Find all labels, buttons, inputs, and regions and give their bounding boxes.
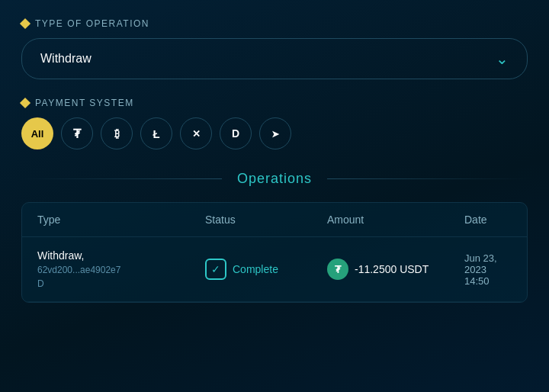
xrp-icon xyxy=(192,128,201,140)
ltc-icon xyxy=(152,127,159,140)
payment-icon-btc[interactable] xyxy=(101,117,133,149)
payment-icon-tether[interactable] xyxy=(61,117,93,149)
payment-icons-group: All xyxy=(21,117,528,149)
dash-icon xyxy=(232,127,239,140)
row-type-symbol: D xyxy=(37,278,205,289)
payment-icon-all[interactable]: All xyxy=(21,117,53,149)
operations-line-right xyxy=(327,178,528,179)
tether-icon xyxy=(73,127,81,141)
operations-table: Type Status Amount Date Withdraw, 62vd20… xyxy=(21,202,528,303)
diamond-icon-2 xyxy=(20,98,30,108)
row-date-cell: Jun 23, 2023 14:50 xyxy=(464,252,512,287)
row-status-cell: ✓ Complete xyxy=(205,259,327,280)
operations-line-left xyxy=(21,178,222,179)
operations-title: Operations xyxy=(222,171,327,187)
payment-icon-dash[interactable] xyxy=(220,117,252,149)
chevron-down-icon: ⌄ xyxy=(496,50,509,68)
row-type-name: Withdraw, xyxy=(37,249,205,262)
col-date: Date xyxy=(464,214,512,226)
operation-type-select[interactable]: Withdraw ⌄ xyxy=(21,38,528,79)
table-row: Withdraw, 62vd200...ae4902e7 D ✓ Complet… xyxy=(22,237,527,302)
type-of-operation-label: TYPE OF OPERATION xyxy=(21,18,528,29)
col-status: Status xyxy=(205,214,327,226)
send-icon xyxy=(271,128,279,140)
row-type-cell: Withdraw, 62vd200...ae4902e7 D xyxy=(37,249,205,289)
table-header: Type Status Amount Date xyxy=(22,203,527,237)
row-type-hash: 62vd200...ae4902e7 xyxy=(37,265,205,275)
col-amount: Amount xyxy=(327,214,464,226)
diamond-icon xyxy=(20,18,30,29)
page: TYPE OF OPERATION Withdraw ⌄ PAYMENT SYS… xyxy=(0,0,549,392)
operation-type-value: Withdraw xyxy=(40,52,92,66)
check-icon: ✓ xyxy=(205,259,226,280)
row-amount-value: -11.2500 USDT xyxy=(355,263,429,275)
operations-section: Operations Type Status Amount Date Withd… xyxy=(21,171,528,303)
payment-icon-send[interactable] xyxy=(259,117,291,149)
operation-type-select-wrapper: Withdraw ⌄ xyxy=(21,38,528,79)
payment-icon-xrp[interactable] xyxy=(180,117,212,149)
col-type: Type xyxy=(37,214,205,226)
payment-system-label: PAYMENT SYSTEM xyxy=(21,98,528,108)
tether-amount-icon: ₮ xyxy=(327,259,348,280)
operations-header: Operations xyxy=(21,171,528,187)
row-amount-cell: ₮ -11.2500 USDT xyxy=(327,259,464,280)
payment-icon-ltc[interactable] xyxy=(140,117,172,149)
row-status-text: Complete xyxy=(233,263,278,275)
btc-icon xyxy=(114,127,120,140)
